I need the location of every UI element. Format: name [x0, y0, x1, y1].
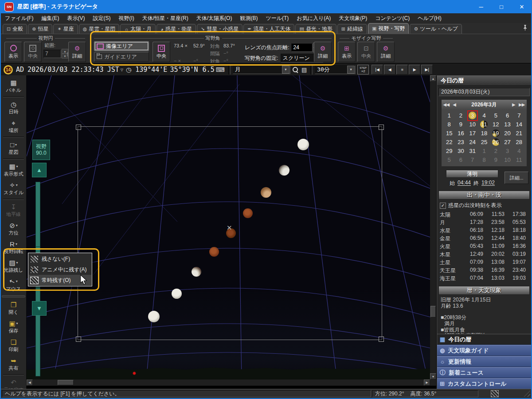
longitude-value[interactable]: 139°44'E	[135, 66, 167, 74]
tab-惑星・衛星[interactable]: ◕惑星・衛星	[156, 24, 196, 34]
scroll-down-icon[interactable]: ▼	[430, 373, 436, 379]
tab-ツール・ヘルプ[interactable]: ⚙ツール・ヘルプ	[410, 24, 462, 34]
magnitude-limit[interactable]: 6.5	[203, 66, 215, 74]
sidebar-item-印刷[interactable]: ❏印刷	[1, 336, 26, 355]
calendar-day-15[interactable]: 15	[443, 129, 455, 137]
calendar-day-5[interactable]: 5	[490, 111, 501, 119]
tab-恒星[interactable]: ⊕恒星	[28, 24, 52, 34]
vertical-scrollbar[interactable]: ▲ ▼	[430, 75, 436, 379]
calendar-day-28[interactable]: 28	[513, 138, 525, 146]
sidebar-item-光跡残し[interactable]: ▨▾光跡残し	[1, 257, 26, 275]
mosaic-center-button[interactable]: ⊡ 中央	[357, 42, 375, 62]
menu-item[interactable]: ファイル(F)	[1, 15, 37, 22]
maximize-button[interactable]: □	[491, 0, 512, 13]
sidebar-item-パネル[interactable]: ▦パネル	[1, 77, 26, 95]
calendar-day-11[interactable]: 11	[478, 120, 490, 128]
calendar-day-5[interactable]: 5	[443, 156, 455, 164]
panel-tab-天文現象ガイド[interactable]: ◍天文現象ガイド	[437, 345, 531, 356]
calendar-day-21[interactable]: 21	[513, 129, 525, 137]
minimize-button[interactable]: ─	[471, 0, 491, 13]
calendar-day-11[interactable]: 11	[513, 156, 525, 164]
sidebar-item-スタイル[interactable]: ✧▾スタイル	[1, 179, 26, 198]
calendar-day-17[interactable]: 17	[467, 129, 478, 137]
scroll-right-icon[interactable]: ▶	[424, 379, 430, 386]
menu-item-アニメ中に残す(A)[interactable]: ▶アニメ中に残す(A)	[29, 264, 91, 275]
scroll-thumb[interactable]	[58, 380, 74, 385]
calendar-day-10[interactable]: 10	[467, 120, 478, 128]
fov-handle[interactable]	[76, 336, 81, 342]
calendar-day-31[interactable]: 31	[467, 147, 478, 155]
keyboard-icon[interactable]: ⌨	[216, 66, 225, 73]
sidebar-item-方位[interactable]: ⊘▾方位	[1, 219, 26, 238]
calendar-day-3[interactable]: 3	[467, 111, 478, 119]
sidebar-item-場所[interactable]: ⌖場所	[1, 117, 26, 136]
menu-item[interactable]: 設定(S)	[89, 15, 114, 22]
calendar-day-27[interactable]: 27	[501, 138, 513, 146]
mosaic-show-button[interactable]: ⊞ 表示	[338, 42, 356, 62]
twilight-detail-button[interactable]: 詳細...	[505, 172, 528, 184]
chevron-down-icon[interactable]: ▼	[282, 66, 289, 74]
star-chart[interactable]: ✕ ✸ 視野90.0 ▲ ▼ StellaNavigator / アストロアーツ	[27, 75, 430, 379]
tab-星雲・星団[interactable]: ◍星雲・星団	[79, 24, 120, 34]
menu-item-残さない(F)[interactable]: ⊘残さない(F)	[29, 254, 91, 264]
sidebar-item-星図[interactable]: □▾星図	[1, 139, 26, 157]
calendar-day-26[interactable]: 26	[490, 138, 501, 146]
fov-handle[interactable]	[76, 125, 81, 130]
calendar-day-4[interactable]: 4	[513, 147, 525, 155]
calendar-prev-month-icon[interactable]: ◀	[451, 102, 458, 107]
sidebar-item-表示形式[interactable]: ▦▾表示形式	[1, 160, 26, 179]
step-interval-combo[interactable]: 30分 ▼	[315, 65, 356, 74]
range-value[interactable]: 7	[43, 50, 61, 58]
menu-item[interactable]: 天体/恒星・星座(R)	[138, 15, 192, 22]
timezone-label[interactable]: JST	[107, 66, 119, 74]
menu-item[interactable]: コンテンツ(C)	[371, 15, 414, 22]
pin-icon[interactable]	[523, 24, 528, 33]
fov-circle-detail-button[interactable]: ⚙ 詳細	[68, 42, 86, 62]
calendar-next-month-icon[interactable]: ▶	[510, 102, 517, 107]
chevron-down-icon[interactable]: ▼	[347, 66, 355, 74]
jump-end-button[interactable]: ▶|	[421, 65, 433, 74]
calendar-day-7[interactable]: 7	[513, 111, 525, 119]
sidebar-item-日時[interactable]: ◷日時	[1, 98, 26, 117]
zoom-out-button[interactable]: ▼	[32, 301, 47, 316]
fov-handle[interactable]	[379, 125, 384, 130]
mosaic-detail-button[interactable]: ⚙ 詳細	[377, 42, 395, 62]
play-button[interactable]: ▶	[409, 65, 420, 74]
calendar-day-24[interactable]: 24	[467, 138, 478, 146]
tab-彗星・小惑星[interactable]: ➘彗星・小惑星	[197, 24, 243, 34]
fov-circle-show-button[interactable]: 表示	[4, 42, 22, 62]
calendar-day-1[interactable]: 1	[443, 111, 455, 119]
calendar-day-9[interactable]: 9	[455, 120, 466, 128]
calendar-day-9[interactable]: 9	[490, 156, 501, 164]
panel-tab-今日の暦[interactable]: ▦今日の暦	[437, 334, 531, 345]
scroll-left-icon[interactable]: ◀	[27, 379, 33, 386]
calendar-day-16[interactable]: 16	[455, 129, 466, 137]
calendar-day-22[interactable]: 22	[443, 138, 455, 146]
calendar-day-6[interactable]: 6	[501, 111, 513, 119]
tab-星座[interactable]: ✶星座	[53, 24, 78, 34]
calendar-day-8[interactable]: 8	[443, 120, 455, 128]
calendar-day-3[interactable]: 3	[501, 147, 513, 155]
panel-tab-カスタムコントロール[interactable]: ⊞カスタムコントロール	[437, 378, 531, 389]
calendar-day-19[interactable]: 19	[490, 129, 501, 137]
sidebar-item-マウス[interactable]: ↖▾マウス	[1, 275, 26, 294]
menu-item[interactable]: 視野(I)	[114, 15, 138, 22]
checkbox-checked-icon[interactable]: ✓	[440, 203, 446, 209]
fov-handle[interactable]	[379, 336, 384, 342]
calendar-day-18[interactable]: 18	[478, 129, 490, 137]
jump-start-button[interactable]: |◀	[372, 65, 383, 74]
list-icon[interactable]: ▤	[301, 66, 307, 73]
scroll-up-icon[interactable]: ▲	[430, 75, 436, 82]
zoom-in-button[interactable]: ▲	[32, 163, 47, 177]
tab-昼光・地形[interactable]: ▤昼光・地形	[295, 24, 336, 34]
close-button[interactable]: ✕	[512, 0, 532, 13]
calendar-day-29[interactable]: 29	[443, 147, 455, 155]
focal-length-value[interactable]: 24	[291, 43, 313, 52]
tab-流星・人工天体[interactable]: ✒流星・人工天体	[243, 24, 294, 34]
calendar-day-7[interactable]: 7	[467, 156, 478, 164]
calendar-prev-year-icon[interactable]: ◀◀	[442, 102, 451, 107]
sidebar-item-共有[interactable]: ➥共有	[1, 355, 26, 373]
chevron-down-icon[interactable]: ▽	[121, 68, 123, 72]
calendar-day-2[interactable]: 2	[490, 147, 501, 155]
calendar-day-23[interactable]: 23	[455, 138, 466, 146]
